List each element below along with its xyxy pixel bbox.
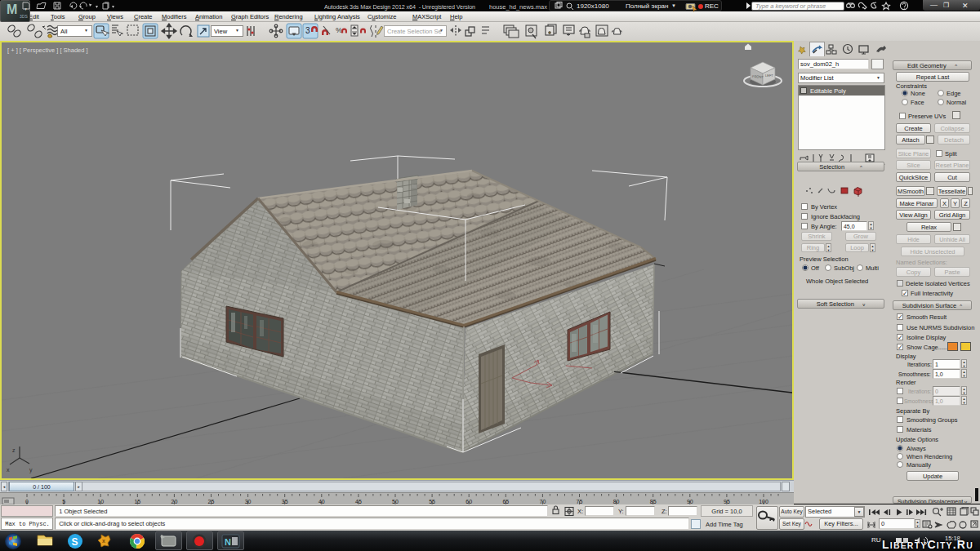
svg-text:45: 45 (355, 499, 362, 504)
svg-text:5: 5 (62, 499, 65, 504)
svg-text:FRONT: FRONT (752, 74, 764, 79)
svg-text:100: 100 (759, 499, 768, 504)
svg-text:75: 75 (577, 499, 583, 504)
svg-text:90: 90 (687, 499, 693, 504)
svg-text:55: 55 (429, 499, 435, 504)
svg-text:25: 25 (208, 499, 215, 504)
svg-text:95: 95 (724, 499, 730, 504)
svg-text:0: 0 (25, 499, 29, 504)
svg-text:65: 65 (502, 499, 509, 504)
svg-text:[ + ] [ Perspective ] [ Shaded: [ + ] [ Perspective ] [ Shaded ] (7, 47, 88, 54)
svg-text:30: 30 (245, 499, 252, 504)
svg-text:60: 60 (466, 499, 472, 504)
svg-text:y: y (29, 467, 33, 473)
svg-text:10: 10 (97, 499, 104, 504)
svg-text:LEFT: LEFT (765, 73, 773, 78)
svg-text:50: 50 (392, 499, 399, 504)
svg-text:15: 15 (134, 499, 140, 504)
svg-text:40: 40 (318, 499, 325, 504)
svg-text:35: 35 (282, 499, 288, 504)
svg-text:70: 70 (540, 499, 546, 504)
svg-text:80: 80 (613, 499, 620, 504)
svg-text:85: 85 (650, 499, 657, 504)
svg-text:x: x (7, 467, 10, 473)
svg-text:20: 20 (172, 499, 178, 504)
svg-text:z: z (12, 447, 16, 453)
